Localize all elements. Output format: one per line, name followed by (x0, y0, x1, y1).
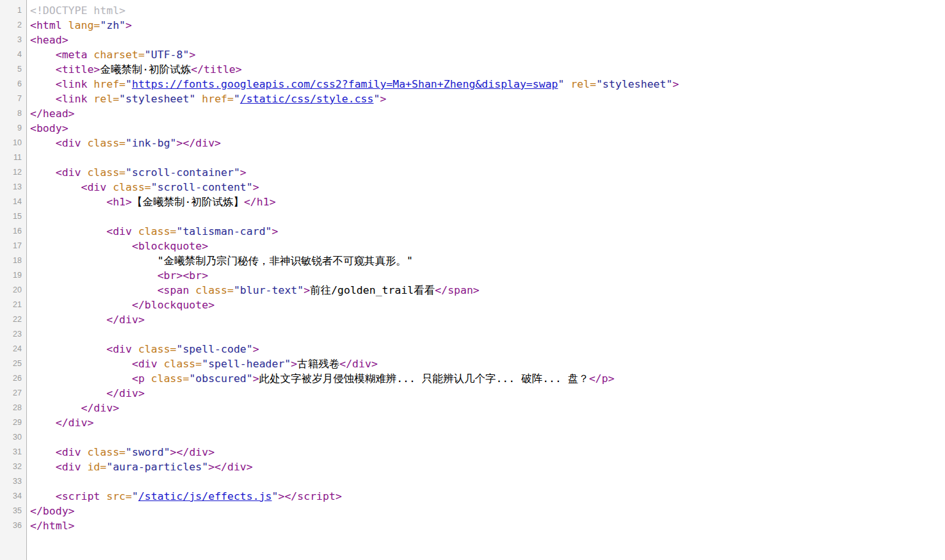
token-tag: > (291, 358, 297, 370)
token-plain-text (30, 299, 132, 311)
code-line: "金曦禁制乃宗门秘传，非神识敏锐者不可窥其真形。" (30, 253, 945, 268)
token-tag: <script (56, 490, 106, 502)
line-number: 24 (0, 342, 26, 356)
line-number: 13 (0, 180, 26, 195)
code-line: <br><br> (30, 268, 945, 283)
token-url-link[interactable]: https://fonts.googleapis.com/css2?family… (132, 78, 558, 90)
line-number: 18 (0, 253, 26, 268)
line-number: 34 (0, 489, 26, 504)
token-attribute-value: "stylesheet" (596, 78, 672, 90)
token-attribute-value: "scroll-content" (151, 181, 253, 193)
token-attribute-name: class= (87, 446, 125, 458)
token-tag: <html (30, 19, 69, 31)
token-plain-text: 前往/golden_trail看看 (310, 284, 435, 296)
token-tag: ></div> (170, 446, 215, 458)
line-number: 9 (0, 121, 26, 136)
line-number: 36 (0, 518, 26, 533)
line-number: 1 (0, 3, 26, 18)
token-tag: <p (132, 372, 151, 385)
line-number: 10 (0, 136, 26, 150)
token-tag: </head> (30, 108, 75, 120)
line-number: 11 (0, 150, 26, 165)
line-number: 26 (0, 371, 26, 386)
token-tag: > (672, 78, 679, 90)
token-tag: </title> (191, 63, 241, 76)
line-number: 23 (0, 327, 26, 342)
token-plain-text: 古籍残卷 (297, 358, 339, 370)
source-code-area: <!DOCTYPE html><html lang="zh"><head> <m… (27, 0, 945, 560)
token-plain-text (30, 372, 132, 385)
code-line: <div class="spell-code"> (30, 342, 945, 356)
token-tag: </div> (56, 417, 94, 429)
token-plain-text (30, 417, 56, 429)
token-attribute-name: rel= (93, 93, 119, 105)
code-line: <p class="obscured">此处文字被岁月侵蚀模糊难辨... 只能辨… (30, 371, 945, 386)
code-line: </head> (30, 106, 945, 121)
token-tag: > (253, 372, 259, 385)
code-line: <div class="scroll-content"> (30, 180, 945, 195)
view-source-window: 1234567891011121314151617181920212223242… (0, 0, 945, 560)
token-tag: </p> (589, 372, 615, 385)
code-line: <html lang="zh"> (30, 18, 945, 33)
token-tag: <br><br> (158, 269, 208, 282)
token-attribute-name: class= (113, 181, 151, 193)
token-tag: <h1> (106, 196, 132, 208)
token-doctype: <!DOCTYPE html> (30, 4, 125, 17)
token-tag: </div> (81, 402, 119, 414)
token-attribute-value: "spell-header" (202, 358, 291, 370)
token-attribute-name: class= (87, 137, 125, 149)
code-line: <script src="/static/js/effects.js"></sc… (30, 489, 945, 504)
token-attribute-value: "scroll-container" (125, 166, 240, 179)
line-number: 35 (0, 504, 26, 518)
token-plain-text (30, 137, 56, 149)
token-tag: <body> (30, 122, 69, 134)
line-number: 12 (0, 165, 26, 180)
token-plain-text (30, 358, 132, 370)
token-tag: <div (56, 446, 88, 458)
line-number: 31 (0, 445, 26, 460)
line-number: 19 (0, 268, 26, 283)
line-number: 14 (0, 195, 26, 209)
line-number: 28 (0, 401, 26, 415)
token-plain-text: 【金曦禁制·初阶试炼】 (132, 196, 244, 208)
token-plain-text: 此处文字被岁月侵蚀模糊难辨... 只能辨认几个字... 破阵... 盘？ (259, 372, 589, 385)
code-line: <link rel="stylesheet" href="/static/css… (30, 92, 945, 106)
token-tag: <div (56, 137, 88, 149)
token-tag: > (253, 181, 259, 193)
token-plain-text (30, 284, 158, 296)
token-plain-text (30, 225, 106, 237)
token-tag: <blockquote> (132, 240, 208, 252)
token-tag: <div (132, 358, 164, 370)
token-tag: </html> (30, 520, 75, 532)
token-attribute-value: " (132, 490, 138, 502)
line-number: 6 (0, 77, 26, 92)
line-number: 29 (0, 415, 26, 430)
token-url-link[interactable]: /static/js/effects.js (138, 490, 272, 502)
token-attribute-name: class= (195, 284, 234, 296)
token-plain-text (30, 446, 56, 458)
token-tag: </span> (435, 284, 480, 296)
token-attribute-name: lang= (69, 19, 101, 31)
token-tag: <meta (56, 49, 94, 61)
code-line: <link href="https://fonts.googleapis.com… (30, 77, 945, 92)
code-line: </html> (30, 518, 945, 533)
token-plain-text (30, 461, 56, 473)
token-tag: <span (158, 284, 196, 296)
token-tag: > (189, 49, 195, 61)
token-tag: </div> (106, 387, 145, 399)
line-number: 5 (0, 62, 26, 77)
token-plain-text (30, 387, 106, 399)
line-number: 16 (0, 224, 26, 239)
line-number: 2 (0, 18, 26, 33)
token-attribute-name: class= (138, 225, 177, 237)
token-tag: ></div> (177, 137, 222, 149)
token-attribute-name: rel= (564, 78, 596, 90)
token-attribute-value: "ink-bg" (125, 137, 176, 149)
code-line: <div class="spell-header">古籍残卷</div> (30, 356, 945, 371)
line-number: 20 (0, 283, 26, 298)
token-attribute-name: src= (106, 490, 132, 502)
token-attribute-value: "UTF-8" (145, 49, 190, 61)
code-line: <head> (30, 33, 945, 47)
token-url-link[interactable]: /static/css/style.css (240, 93, 374, 105)
token-plain-text (30, 63, 56, 76)
